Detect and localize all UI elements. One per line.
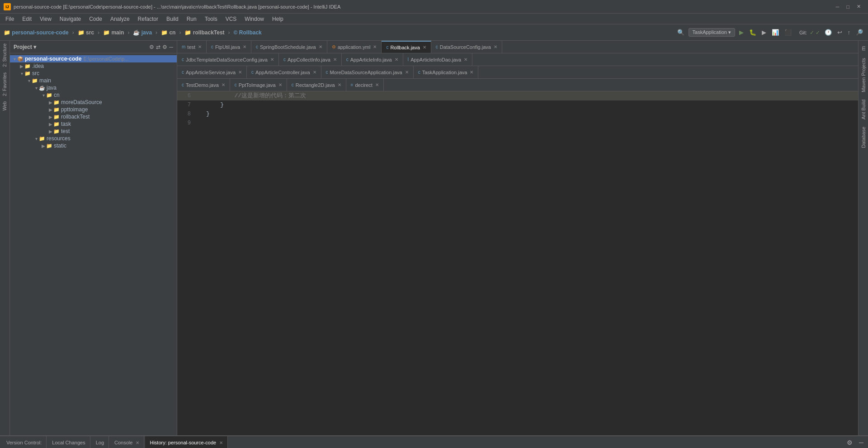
tab-close-apparticleinfodao[interactable]: ✕: [464, 57, 467, 62]
bottom-minimize-btn[interactable]: ─: [856, 439, 866, 446]
tab-close-test[interactable]: ✕: [198, 44, 202, 49]
breadcrumb-src[interactable]: 📁 src: [78, 29, 94, 36]
tab-moredatasourceapplication[interactable]: c MoreDataSourceApplication.java ✕: [321, 66, 414, 79]
maximize-btn[interactable]: □: [843, 4, 853, 10]
code-editor[interactable]: 6 //这是新增的代码：第二次 7 } 8 } 9: [177, 91, 858, 435]
menu-vcs[interactable]: VCS: [222, 15, 241, 23]
menu-build[interactable]: Build: [163, 15, 182, 23]
run-btn[interactable]: ▶: [738, 28, 745, 37]
tree-item-resources[interactable]: ▾ 📁 resources: [10, 135, 177, 142]
search-everywhere-btn[interactable]: 🔍: [676, 28, 686, 37]
tree-item-idea[interactable]: ▶ 📁 .idea: [10, 62, 177, 70]
right-tab-m[interactable]: m: [859, 43, 868, 54]
bottom-tab-local-changes[interactable]: Local Changes: [47, 436, 90, 448]
tab-close-appcollectinfo[interactable]: ✕: [333, 57, 337, 62]
tree-item-rollbacktest[interactable]: ▶ 📁 rollbackTest: [10, 113, 177, 120]
tree-item-task[interactable]: ▶ 📁 task: [10, 120, 177, 128]
tab-close-apparticlecontroller[interactable]: ✕: [313, 70, 316, 75]
tab-close-rectangle2d[interactable]: ✕: [338, 82, 341, 87]
tree-item-test[interactable]: ▶ 📁 test: [10, 128, 177, 135]
tab-apparticleinfo[interactable]: c AppArticleInfo.java ✕: [342, 53, 403, 66]
menu-code[interactable]: Code: [85, 15, 106, 23]
tab-datasourceconfig[interactable]: c DataSourceConfig.java ✕: [431, 41, 502, 53]
bottom-tab-history[interactable]: History: personal-source-code ✕: [145, 436, 228, 448]
tree-item-cn[interactable]: ▾ 📁 cn: [10, 91, 177, 99]
tab-close-ftputil[interactable]: ✕: [243, 44, 246, 49]
tab-close-apparticleservice[interactable]: ✕: [238, 70, 242, 75]
structure-icon[interactable]: 2: Structure: [1, 43, 8, 68]
right-tab-maven[interactable]: Maven Projects: [860, 54, 867, 96]
menu-refactor[interactable]: Refactor: [134, 15, 162, 23]
tab-close-ppttoimage[interactable]: ✕: [278, 82, 282, 87]
breadcrumb-java[interactable]: ☕ java: [133, 29, 152, 36]
tab-testdemo[interactable]: c TestDemo.java ✕: [177, 79, 230, 91]
menu-tools[interactable]: Tools: [201, 15, 221, 23]
breadcrumb-main[interactable]: 📁 main: [103, 29, 124, 36]
menu-window[interactable]: Window: [241, 15, 268, 23]
tab-ppttoimage[interactable]: c PptToImage.java ✕: [230, 79, 287, 91]
tab-ftputil[interactable]: c FtpUtil.java ✕: [207, 41, 251, 53]
git-rollback-btn[interactable]: ↩: [836, 28, 844, 37]
tab-apparticleinfodao[interactable]: I AppArticleInfoDao.java ✕: [403, 53, 473, 66]
tab-rectangle2d[interactable]: c Rectangle2D.java ✕: [287, 79, 346, 91]
bottom-tab-console[interactable]: Console ✕: [110, 436, 144, 448]
tree-item-moredatasource[interactable]: ▶ 📁 moreDataSource: [10, 99, 177, 106]
bottom-tab-log[interactable]: Log: [91, 436, 109, 448]
tree-item-java[interactable]: ▾ ☕ java: [10, 84, 177, 91]
bottom-tab-console-close[interactable]: ✕: [136, 440, 139, 445]
tab-springbootschedule[interactable]: c SpringBootSchedule.java ✕: [251, 41, 327, 53]
sidebar-close-icon[interactable]: ─: [169, 44, 173, 50]
git-push-btn[interactable]: ↑: [846, 28, 852, 37]
web-icon[interactable]: Web: [1, 100, 8, 111]
tab-applicationyml[interactable]: ⚙ application.yml ✕: [327, 41, 382, 53]
tree-item-ppttoimage[interactable]: ▶ 📁 ppttoimage: [10, 106, 177, 113]
tab-close-jdbctemplate[interactable]: ✕: [270, 57, 274, 62]
tab-appcollectinfo[interactable]: c AppCollectInfo.java ✕: [279, 53, 342, 66]
tab-apparticlecontroller[interactable]: c AppArticleController.java ✕: [247, 66, 321, 79]
tree-item-static[interactable]: ▶ 📁 static: [10, 142, 177, 149]
tab-close-testdemo[interactable]: ✕: [222, 82, 225, 87]
tree-item-project[interactable]: ▾ 📦 personal-source-code E:\personalCode…: [10, 55, 177, 62]
run-config-dropdown[interactable]: TaskApplication ▾: [689, 28, 736, 37]
profile-btn[interactable]: 📊: [770, 28, 780, 37]
tab-close-apparticleinfo[interactable]: ✕: [395, 57, 398, 62]
sidebar-expand-icon[interactable]: ⇄: [156, 44, 160, 50]
tab-decirect[interactable]: ≡ decirect ✕: [346, 79, 384, 91]
tab-close-applicationyml[interactable]: ✕: [373, 44, 377, 49]
breadcrumb-rollback[interactable]: © Rollback: [234, 29, 262, 36]
right-tab-ant[interactable]: Ant Build: [860, 96, 867, 123]
tab-close-datasourceconfig[interactable]: ✕: [494, 44, 497, 49]
tree-item-main[interactable]: ▾ 📁 main: [10, 77, 177, 84]
breadcrumb-cn[interactable]: 📁 cn: [161, 29, 175, 36]
menu-edit[interactable]: Edit: [19, 15, 35, 23]
right-tab-database[interactable]: Database: [860, 123, 867, 152]
bottom-tab-history-close[interactable]: ✕: [219, 440, 223, 445]
menu-view[interactable]: View: [36, 15, 55, 23]
tab-test[interactable]: m test ✕: [177, 41, 207, 53]
tab-apparticleservice[interactable]: c AppArticleService.java ✕: [177, 66, 247, 79]
menu-run[interactable]: Run: [183, 15, 200, 23]
close-btn[interactable]: ✕: [853, 4, 864, 10]
sidebar-settings-icon[interactable]: ⚙: [149, 44, 154, 50]
tree-item-src[interactable]: ▾ 📁 src: [10, 70, 177, 77]
bottom-tab-version-control-label[interactable]: Version Control:: [2, 436, 47, 448]
tab-rollback[interactable]: c Rollback.java ✕: [382, 41, 431, 53]
menu-file[interactable]: File: [2, 15, 18, 23]
tab-jdbctemplate[interactable]: c JdbcTemplateDataSourceConfig.java ✕: [177, 53, 279, 66]
git-history-btn[interactable]: 🕐: [823, 28, 833, 37]
sidebar-gear-icon[interactable]: ⚙: [162, 44, 167, 50]
tab-close-moredatasourceapplication[interactable]: ✕: [405, 70, 409, 75]
stop-btn[interactable]: ⬛: [783, 28, 793, 37]
breadcrumb-rollbacktest[interactable]: 📁 rollbackTest: [184, 29, 224, 36]
tab-close-decirect[interactable]: ✕: [375, 82, 379, 87]
tab-close-taskapplication[interactable]: ✕: [470, 70, 473, 75]
search-btn[interactable]: 🔎: [854, 28, 864, 37]
menu-navigate[interactable]: Navigate: [56, 15, 85, 23]
tab-taskapplication[interactable]: c TaskApplication.java ✕: [414, 66, 479, 79]
run-coverage-btn[interactable]: ▶: [760, 28, 768, 37]
debug-btn[interactable]: 🐛: [748, 28, 758, 37]
favorites-icon[interactable]: 2: Favorites: [1, 71, 8, 97]
menu-analyze[interactable]: Analyze: [107, 15, 133, 23]
tab-close-rollback[interactable]: ✕: [423, 45, 426, 50]
tab-close-springbootschedule[interactable]: ✕: [319, 44, 322, 49]
